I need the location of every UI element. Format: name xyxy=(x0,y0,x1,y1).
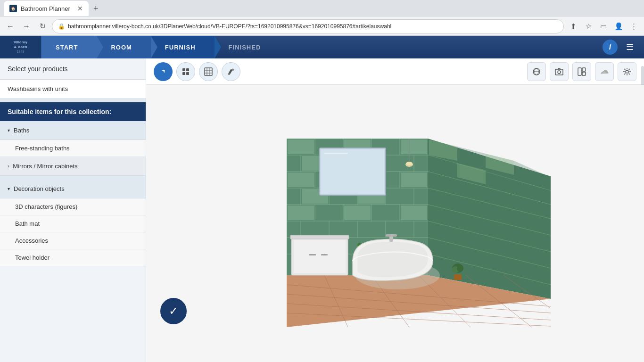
address-bar[interactable]: 🔒 bathroomplanner.villeroy-boch.co.uk/3D… xyxy=(52,19,564,33)
svg-rect-73 xyxy=(288,206,314,220)
sidebar: Select your products Washbasins with uni… xyxy=(0,58,146,362)
paint-tool-button[interactable] xyxy=(222,62,240,81)
divider-2 xyxy=(0,176,146,180)
svg-point-124 xyxy=(457,266,463,272)
svg-rect-64 xyxy=(288,173,314,187)
settings-button[interactable] xyxy=(618,62,636,81)
nav-steps: START ROOM FURNISH FINISHED xyxy=(41,36,603,58)
mirrors-chevron-icon: › xyxy=(8,164,9,169)
svg-point-19 xyxy=(626,70,628,73)
sidebar-sub-item-3dchars[interactable]: 3D characters (figures) xyxy=(0,198,146,215)
sidebar-section-suitable: Suitable items for this collection: xyxy=(0,102,146,121)
step-furnish-label: FURNISH xyxy=(165,44,196,51)
tab-favicon: 🏠 xyxy=(9,5,17,12)
svg-rect-4 xyxy=(186,72,189,75)
svg-rect-2 xyxy=(186,68,189,71)
svg-rect-5 xyxy=(205,68,212,75)
sidebar-group-mirrors: › Mirrors / Mirror cabinets xyxy=(0,157,146,176)
new-tab-button[interactable]: + xyxy=(91,4,101,14)
accessories-label: Accessories xyxy=(15,237,48,244)
sidebar-sub-item-towelholder[interactable]: Towel holder xyxy=(0,249,146,266)
svg-rect-74 xyxy=(316,206,342,220)
svg-rect-105 xyxy=(324,153,348,154)
hamburger-button[interactable]: ☰ xyxy=(621,39,638,56)
svg-point-15 xyxy=(558,71,561,74)
sidebar-group-baths: ▾ Baths Free-standing baths xyxy=(0,121,146,157)
lock-icon: 🔒 xyxy=(58,23,65,30)
sidebar-header-text: Select your products xyxy=(8,65,68,73)
baths-label: Baths xyxy=(14,127,29,134)
svg-rect-109 xyxy=(321,254,328,255)
step-start[interactable]: START xyxy=(41,36,97,58)
toolbar-right xyxy=(527,62,636,81)
sidebar-sub-item-bathmat[interactable]: Bath mat xyxy=(0,215,146,232)
step-finished-label: FINISHED xyxy=(229,44,261,51)
menu-button[interactable]: ⋮ xyxy=(627,20,640,33)
tab-close-button[interactable]: ✕ xyxy=(77,5,83,12)
sidebar-toggle-button[interactable]: ▭ xyxy=(597,20,610,33)
back-button[interactable]: ← xyxy=(4,20,17,33)
security-badge: ✓ xyxy=(160,298,187,324)
navigate-tool-button[interactable] xyxy=(154,62,173,81)
bathmat-label: Bath mat xyxy=(15,220,40,227)
logo-area: Villeroy & Boch 1748 xyxy=(0,36,41,58)
sidebar-sub-item-freestanding[interactable]: Free-standing baths xyxy=(0,140,146,157)
svg-rect-119 xyxy=(389,236,393,242)
logo-tagline: 1748 xyxy=(14,50,27,54)
bookmark-button[interactable]: ☆ xyxy=(582,20,595,33)
decoration-chevron-icon: ▾ xyxy=(8,186,10,191)
toolbar xyxy=(146,58,644,85)
step-room[interactable]: ROOM xyxy=(97,36,150,58)
info-button[interactable]: i xyxy=(603,40,618,55)
forward-button[interactable]: → xyxy=(20,20,33,33)
sidebar-sub-item-accessories[interactable]: Accessories xyxy=(0,232,146,249)
svg-rect-1 xyxy=(182,68,185,71)
svg-rect-18 xyxy=(582,72,586,75)
profile-button[interactable]: 👤 xyxy=(612,20,625,33)
weather-button[interactable] xyxy=(595,62,614,81)
svg-point-127 xyxy=(406,162,413,165)
sidebar-group-baths-header[interactable]: ▾ Baths xyxy=(0,121,146,140)
svg-point-10 xyxy=(228,73,230,75)
view-3d-button[interactable] xyxy=(527,62,546,81)
top-nav: Villeroy & Boch 1748 START ROOM FURNISH … xyxy=(0,36,644,58)
sidebar-item-washbasins[interactable]: Washbasins with units xyxy=(0,80,146,99)
svg-rect-110 xyxy=(290,235,349,239)
svg-rect-3 xyxy=(182,72,185,75)
step-room-label: ROOM xyxy=(111,44,132,51)
active-tab[interactable]: 🏠 Bathroom Planner ✕ xyxy=(4,1,89,16)
screenshot-button[interactable] xyxy=(550,62,569,81)
canvas-3d[interactable]: ✓ xyxy=(146,85,644,362)
svg-rect-77 xyxy=(401,206,427,220)
sidebar-scroll[interactable]: Washbasins with units Suitable items for… xyxy=(0,80,146,362)
sidebar-group-decoration-header[interactable]: ▾ Decoration objects xyxy=(0,180,146,198)
grid-tool-button[interactable] xyxy=(199,62,218,81)
svg-rect-55 xyxy=(288,140,314,154)
svg-rect-121 xyxy=(454,274,462,280)
step-finished[interactable]: FINISHED xyxy=(215,36,280,58)
mirrors-label: Mirrors / Mirror cabinets xyxy=(13,163,77,170)
address-text: bathroomplanner.villeroy-boch.co.uk/3DPl… xyxy=(68,23,558,30)
layout-button[interactable] xyxy=(572,62,591,81)
towelholder-label: Towel holder xyxy=(15,254,50,261)
divider-1 xyxy=(0,99,146,102)
sidebar-group-mirrors-header[interactable]: › Mirrors / Mirror cabinets xyxy=(0,157,146,176)
step-start-label: START xyxy=(56,44,78,51)
nav-actions: ⬆ ☆ ▭ 👤 ⋮ xyxy=(567,20,640,33)
tab-bar: 🏠 Bathroom Planner ✕ + xyxy=(0,0,644,17)
svg-rect-108 xyxy=(309,254,316,255)
nav-right-actions: i ☰ xyxy=(603,39,644,56)
catalog-tool-button[interactable] xyxy=(176,62,195,81)
step-furnish[interactable]: FURNISH xyxy=(151,36,215,58)
svg-rect-72 xyxy=(387,189,413,204)
svg-rect-107 xyxy=(294,240,346,273)
logo: Villeroy & Boch 1748 xyxy=(14,40,27,54)
baths-chevron-icon: ▾ xyxy=(8,128,10,133)
shield-check-icon: ✓ xyxy=(169,304,178,318)
svg-rect-14 xyxy=(555,69,563,75)
reload-button[interactable]: ↻ xyxy=(36,20,49,33)
logo-line1: Villeroy xyxy=(14,40,27,45)
bathroom-scene xyxy=(230,101,560,337)
share-button[interactable]: ⬆ xyxy=(567,20,580,33)
nav-bar: ← → ↻ 🔒 bathroomplanner.villeroy-boch.co… xyxy=(0,17,644,36)
